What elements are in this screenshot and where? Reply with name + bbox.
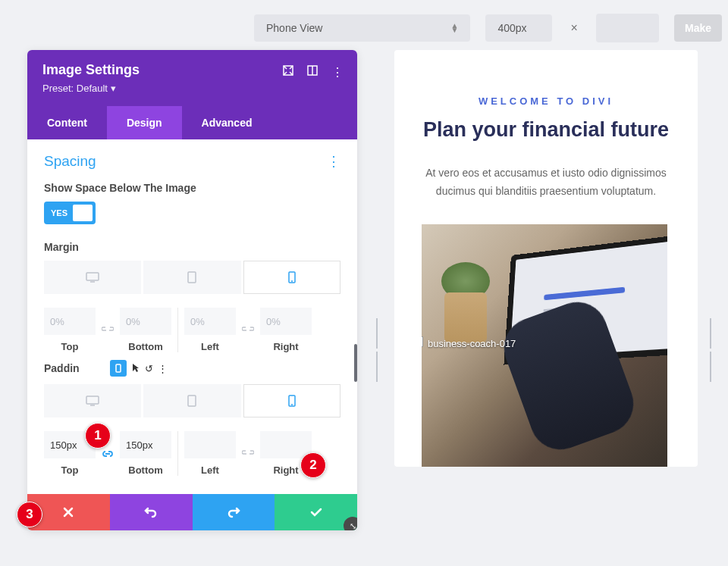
padding-left-label: Left [201, 464, 219, 476]
preview-drag-handle-left[interactable] [375, 318, 376, 349]
preview-image[interactable]: business-coach-017 [422, 224, 667, 467]
margin-label: Margin [44, 241, 340, 253]
cursor-icon[interactable] [131, 363, 140, 374]
padding-device-desktop[interactable] [44, 384, 141, 417]
margin-right-input[interactable] [260, 308, 312, 335]
padding-link-lr-icon[interactable] [237, 431, 259, 476]
top-toolbar: Phone View ▲▼ × Make [0, 0, 728, 56]
padding-right-input[interactable] [260, 431, 312, 458]
panel-preset[interactable]: Preset: Default ▾ [42, 83, 342, 94]
resize-handle[interactable]: ⤡ [344, 517, 357, 530]
margin-left-label: Left [201, 341, 219, 352]
section-menu-icon[interactable]: ⋮ [327, 153, 340, 170]
kebab-menu-icon[interactable]: ⋮ [331, 65, 344, 80]
svg-rect-3 [86, 273, 99, 280]
margin-top-label: Top [61, 341, 79, 352]
responsive-active-icon[interactable] [110, 360, 127, 377]
image-filename-label: business-coach-017 [428, 338, 516, 349]
section-spacing-title: Spacing [44, 153, 96, 170]
annotation-marker-1: 1 [85, 423, 111, 449]
svg-rect-11 [188, 396, 196, 406]
padding-right-label: Right [273, 464, 298, 476]
margin-device-desktop[interactable] [44, 261, 141, 294]
padding-device-phone[interactable] [243, 384, 340, 417]
margin-device-tablet[interactable] [143, 261, 240, 294]
undo-button[interactable] [110, 494, 193, 530]
panel-footer [27, 494, 357, 530]
toggle-yes-label: YES [51, 208, 67, 217]
margin-link-tb-icon[interactable] [97, 308, 118, 352]
padding-bottom-label: Bottom [128, 464, 163, 476]
view-mode-dropdown[interactable]: Phone View ▲▼ [254, 14, 470, 42]
make-button[interactable]: Make [674, 14, 722, 42]
plant-pot-illustration [444, 292, 487, 342]
annotation-marker-2: 2 [300, 452, 326, 478]
toggle-knob [73, 205, 93, 221]
margin-device-phone[interactable] [243, 261, 340, 294]
redo-button[interactable] [193, 494, 275, 530]
grid-icon[interactable] [307, 65, 318, 80]
margin-bottom-label: Bottom [128, 341, 163, 352]
tab-content[interactable]: Content [27, 106, 107, 139]
preview-pane: WELCOME TO DIVI Plan your financial futu… [394, 50, 698, 467]
more-icon[interactable]: ⋮ [158, 363, 168, 374]
svg-rect-9 [86, 396, 99, 404]
expand-icon[interactable] [283, 65, 293, 80]
preview-drag-handle-right[interactable] [708, 318, 710, 349]
space-below-label: Show Space Below The Image [44, 182, 340, 194]
panel-tabs: Content Design Advanced [27, 106, 357, 139]
margin-right-label: Right [273, 341, 298, 352]
preview-heading: Plan your financial future [422, 117, 670, 143]
preview-overline: WELCOME TO DIVI [422, 95, 670, 107]
padding-left-input[interactable] [184, 431, 236, 458]
undo-icon[interactable]: ↺ [145, 363, 153, 374]
panel-body: Spacing ⋮ Show Space Below The Image YES… [27, 139, 357, 476]
view-mode-label: Phone View [266, 22, 322, 34]
padding-top-label: Top [61, 464, 79, 476]
padding-bottom-input[interactable] [120, 431, 171, 458]
tab-advanced[interactable]: Advanced [182, 106, 272, 139]
svg-rect-5 [188, 272, 196, 283]
dropdown-chevrons-icon: ▲▼ [451, 23, 459, 33]
annotation-marker-3: 3 [17, 502, 42, 527]
scrollbar[interactable] [354, 344, 357, 382]
margin-top-input[interactable] [44, 308, 96, 335]
space-below-toggle[interactable]: YES [44, 202, 96, 224]
padding-device-tablet[interactable] [143, 384, 240, 417]
tab-design[interactable]: Design [107, 106, 182, 139]
preview-body: At vero eos et accusamus et iusto odio d… [422, 164, 670, 201]
panel-header: Image Settings Preset: Default ▾ ⋮ [27, 50, 357, 106]
padding-label: Paddin [44, 362, 80, 374]
close-icon[interactable]: × [567, 21, 580, 35]
width-input[interactable] [485, 14, 552, 42]
margin-left-input[interactable] [184, 308, 236, 335]
image-checkbox[interactable] [422, 336, 423, 347]
margin-bottom-input[interactable] [120, 308, 171, 335]
secondary-input[interactable] [596, 14, 659, 42]
margin-link-lr-icon[interactable] [237, 308, 259, 352]
svg-rect-8 [116, 364, 121, 372]
